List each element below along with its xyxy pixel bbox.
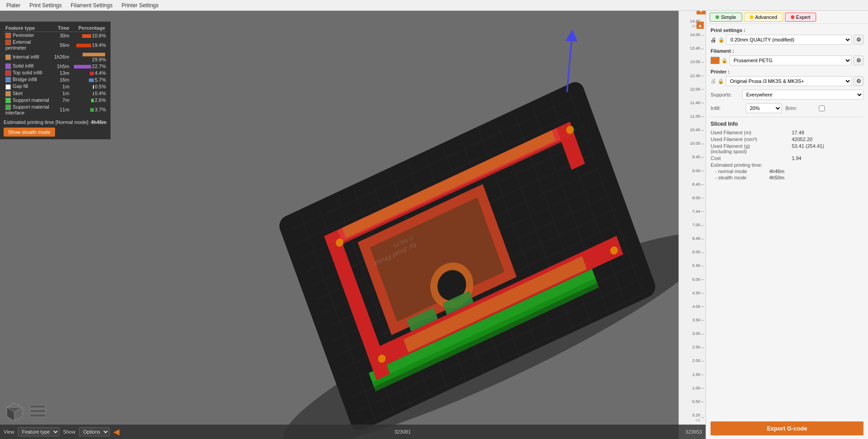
printer-select[interactable]: Original Prusa i3 MK3S & MK3S+ (726, 76, 852, 86)
print-settings-gear[interactable]: ⚙ (854, 35, 863, 45)
feature-name: Solid infill (4, 63, 52, 69)
feature-name: Skirt (4, 90, 52, 97)
brim-checkbox[interactable] (819, 105, 825, 111)
feature-time: 1h5m (52, 63, 71, 69)
sliced-info-row: Cost1.94 (711, 155, 863, 161)
ruler-tick: 7.44 (679, 210, 706, 214)
printer-gear[interactable]: ⚙ (854, 76, 863, 86)
feature-time: 11m (52, 104, 71, 116)
feature-percentage: 3.7% (71, 104, 107, 116)
export-gcode-button[interactable]: Export G-code (711, 421, 863, 435)
feature-percentage: 29.9% (71, 51, 107, 63)
lock-icon-printer: 🔒 (718, 78, 724, 84)
info-key: Used Filament (mm³) (711, 137, 792, 142)
feature-name: Support material interface (4, 104, 52, 116)
ruler-tick: 1.00 (679, 386, 706, 391)
settings-content: Print settings : 🖨 🔒 0.20mm QUALITY (mod… (706, 24, 868, 418)
sliced-title: Sliced Info (711, 121, 863, 127)
col-time: Time (52, 24, 71, 32)
feature-percentage: 0.4% (71, 90, 107, 97)
supports-label: Supports: (711, 92, 742, 97)
infill-brim-row: Infill: 20% Brim: (711, 103, 863, 113)
ruler-tick: 1.50 (679, 373, 706, 377)
show-select[interactable]: Options (79, 427, 110, 436)
filament-gear[interactable]: ⚙ (854, 55, 863, 65)
nav-left-arrow[interactable]: ◀ (113, 427, 120, 437)
tab-simple[interactable]: Simple (710, 13, 742, 22)
ruler-tick: 3.50 (679, 318, 706, 323)
table-row: External perimeter 56m 19.4% (4, 39, 107, 51)
vertical-ruler: 14.60(111)14.0013.4013.0012.4012.0011.40… (679, 11, 706, 439)
ruler-tick: 5.00 (679, 278, 706, 282)
ruler-tick: 9.40 (679, 155, 706, 160)
lock-icon-filament: 🔒 (721, 58, 728, 64)
supports-select[interactable]: Everywhere (742, 90, 863, 100)
col-percentage: Percentage (71, 24, 107, 32)
info-val: 17.48 (792, 130, 804, 135)
feature-name: External perimeter (4, 39, 52, 51)
tab-advanced[interactable]: Advanced (744, 13, 783, 22)
layer-icon[interactable] (28, 401, 48, 421)
est-mode-row: - normal mode4h46m (715, 169, 863, 174)
ruler-tick: 0.50 (679, 400, 706, 404)
ruler-tick: 13.40 (679, 46, 706, 51)
feature-name: Internal infill (4, 51, 52, 63)
cube-nav-widget[interactable] (5, 401, 48, 421)
feature-time: 13m (52, 69, 71, 76)
table-row: Skirt 1m 0.4% (4, 90, 107, 97)
brim-row: Brim: (785, 105, 825, 111)
table-row: Support material 7m 2.6% (4, 97, 107, 104)
table-row: Support material interface 11m 3.7% (4, 104, 107, 116)
ruler-tick: 8.00 (679, 196, 706, 201)
menu-plater[interactable]: Plater (2, 1, 25, 9)
info-val: 1.94 (792, 155, 801, 161)
feature-percentage: 22.7% (71, 63, 107, 69)
table-row: Perimeter 30m 10.6% (4, 32, 107, 39)
svg-rect-67 (30, 414, 46, 417)
ruler-up-button[interactable]: ▲ (697, 22, 704, 29)
feature-percentage: 19.4% (71, 39, 107, 51)
est-mode-key: - normal mode (715, 169, 769, 174)
menu-filament-settings[interactable]: Filament Settings (66, 1, 117, 9)
print-settings-select[interactable]: 0.20mm QUALITY (modified) (726, 35, 852, 45)
info-val: 53.41 (254.41) (792, 143, 824, 154)
ruler-tick: 11.00 (679, 114, 706, 119)
feature-percentage: 10.6% (71, 32, 107, 39)
ruler-tick: 0.20(1) (679, 413, 706, 422)
feature-time-panel: Feature type Time Percentage Perimeter 3… (0, 22, 111, 139)
bottom-toolbar: View Feature type Show Options ◀ 323081 … (0, 425, 706, 439)
table-row: Solid infill 1h5m 22.7% (4, 63, 107, 69)
est-mode-row: - stealth mode4h50m (715, 175, 863, 180)
dot-advanced (750, 15, 753, 19)
dot-simple (716, 15, 719, 19)
info-key: Cost (711, 155, 792, 161)
view-select[interactable]: Feature type (18, 427, 60, 436)
feature-percentage: 4.4% (71, 69, 107, 76)
infill-select[interactable]: 20% (746, 103, 782, 113)
table-row: Gap fill 1m 0.5% (4, 83, 107, 90)
ruler-tick: 2.00 (679, 359, 706, 363)
ruler-down-button[interactable]: ▼ (697, 11, 706, 14)
printer-row: 🖨 🔒 Original Prusa i3 MK3S & MK3S+ ⚙ (711, 76, 863, 86)
feature-name: Support material (4, 97, 52, 104)
svg-rect-66 (30, 410, 46, 412)
feature-time: 1h26m (52, 51, 71, 63)
ruler-tick: 4.50 (679, 291, 706, 296)
infill-label: Infill: (711, 105, 742, 111)
filament-select[interactable]: Prusament PETG (729, 55, 852, 65)
menu-print-settings[interactable]: Print Settings (25, 1, 66, 9)
table-row: Internal infill 1h26m 29.9% (4, 51, 107, 63)
ruler-tick: 13.00 (679, 60, 706, 64)
ruler-tick: 8.40 (679, 183, 706, 187)
cube-icon[interactable] (5, 401, 25, 421)
est-mode-val: 4h46m (769, 169, 785, 174)
menu-printer-settings[interactable]: Printer Settings (117, 1, 163, 9)
info-val: 42052.20 (792, 137, 813, 142)
show-stealth-mode-button[interactable]: Show stealth mode (4, 128, 55, 137)
feature-time: 16m (52, 76, 71, 83)
feature-percentage: 0.5% (71, 83, 107, 90)
ruler-tick: 12.00 (679, 87, 706, 92)
feature-table: Feature type Time Percentage Perimeter 3… (4, 24, 107, 116)
tab-expert[interactable]: Expert (785, 13, 817, 22)
feature-name: Gap fill (4, 83, 52, 90)
